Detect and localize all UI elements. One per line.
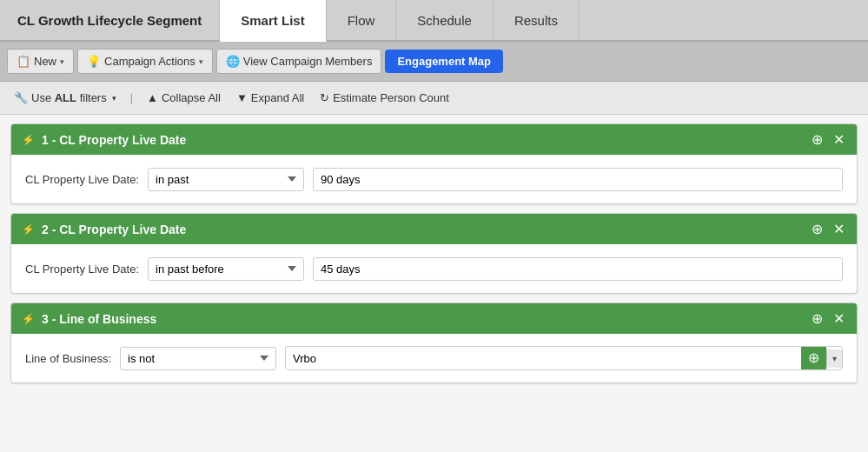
view-members-button[interactable]: 🌐 View Campaign Members [216, 49, 382, 74]
filter-operator-select-3[interactable]: is not [120, 347, 276, 370]
top-tabs: CL Growth Lifecycle Segment Smart List F… [0, 0, 868, 42]
estimate-count-button[interactable]: ↻ Estimate Person Count [315, 90, 454, 106]
tab-smartlist[interactable]: Smart List [220, 0, 326, 42]
filter-body-2: CL Property Live Date: in past before [11, 244, 857, 293]
filter-header-3: ⚡ 3 - Line of Business ⊕ ✕ [11, 303, 857, 334]
filter-field-label-3: Line of Business: [25, 352, 111, 365]
filter-title-2: 2 - CL Property Live Date [42, 223, 186, 236]
filter-lightning-icon-2: ⚡ [22, 223, 35, 236]
filter-value-input-1[interactable] [313, 168, 843, 191]
filter-add-button-3[interactable]: ⊕ [810, 310, 825, 327]
filter-card-1: ⚡ 1 - CL Property Live Date ⊕ ✕ CL Prope… [10, 123, 858, 204]
filter-close-button-2[interactable]: ✕ [832, 221, 846, 237]
tab-results[interactable]: Results [494, 0, 580, 40]
filter-field-label-2: CL Property Live Date: [25, 263, 139, 276]
collapse-icon: ▲ [147, 91, 158, 104]
tab-flow[interactable]: Flow [327, 0, 397, 40]
filter-card-3: ⚡ 3 - Line of Business ⊕ ✕ Line of Busin… [10, 302, 858, 383]
filter-value-input-2[interactable] [313, 257, 843, 281]
filter-value-container-3: ⊕ ▾ [285, 346, 843, 370]
new-caret-icon: ▾ [60, 57, 64, 66]
toolbar: 📋 New ▾ 💡 Campaign Actions ▾ 🌐 View Camp… [0, 42, 868, 82]
filter-separator: | [127, 91, 136, 104]
use-filters-caret-icon: ▾ [112, 94, 116, 103]
filter-lightning-icon-1: ⚡ [22, 134, 35, 146]
tab-schedule[interactable]: Schedule [396, 0, 494, 40]
new-icon: 📋 [17, 55, 30, 68]
campaign-actions-caret-icon: ▾ [199, 57, 203, 66]
filter-card-2: ⚡ 2 - CL Property Live Date ⊕ ✕ CL Prope… [10, 213, 858, 294]
filter-lightning-icon-3: ⚡ [22, 313, 35, 325]
filter-toolbar: 🔧 Use ALL filters ▾ | ▲ Collapse All ▼ E… [0, 82, 868, 115]
filter-body-1: CL Property Live Date: in past [11, 155, 857, 203]
filter-title-3: 3 - Line of Business [42, 312, 156, 326]
filter-close-button-1[interactable]: ✕ [832, 131, 846, 148]
campaign-actions-button[interactable]: 💡 Campaign Actions ▾ [77, 49, 213, 74]
filter-field-label-1: CL Property Live Date: [25, 173, 139, 186]
new-button[interactable]: 📋 New ▾ [7, 49, 74, 74]
estimate-icon: ↻ [320, 91, 329, 104]
expand-all-button[interactable]: ▼ Expand All [231, 90, 309, 106]
filter-header-1: ⚡ 1 - CL Property Live Date ⊕ ✕ [11, 124, 857, 155]
collapse-all-button[interactable]: ▲ Collapse All [142, 90, 226, 106]
filter-value-add-button-3[interactable]: ⊕ [801, 347, 826, 369]
tab-campaign[interactable]: CL Growth Lifecycle Segment [0, 0, 220, 40]
filter-value-dropdown-button-3[interactable]: ▾ [826, 349, 842, 368]
filter-add-button-2[interactable]: ⊕ [810, 221, 825, 237]
filter-operator-select-1[interactable]: in past [148, 168, 304, 191]
filter-add-button-1[interactable]: ⊕ [810, 131, 825, 148]
expand-icon: ▼ [236, 91, 248, 104]
filters-content: ⚡ 1 - CL Property Live Date ⊕ ✕ CL Prope… [0, 115, 868, 452]
use-all-filters-button[interactable]: 🔧 Use ALL filters ▾ [9, 90, 122, 106]
filter-body-3: Line of Business: is not ⊕ ▾ [11, 334, 857, 382]
view-members-icon: 🌐 [226, 55, 240, 68]
filter-title-1: 1 - CL Property Live Date [42, 133, 186, 147]
filter-value-input-3[interactable] [286, 348, 801, 369]
filter-wrench-icon: 🔧 [14, 91, 28, 104]
filter-header-2: ⚡ 2 - CL Property Live Date ⊕ ✕ [11, 214, 857, 244]
filter-close-button-3[interactable]: ✕ [832, 310, 846, 327]
filter-operator-select-2[interactable]: in past before [148, 257, 304, 281]
engagement-map-button[interactable]: Engagement Map [385, 50, 503, 73]
campaign-actions-icon: 💡 [87, 55, 101, 68]
